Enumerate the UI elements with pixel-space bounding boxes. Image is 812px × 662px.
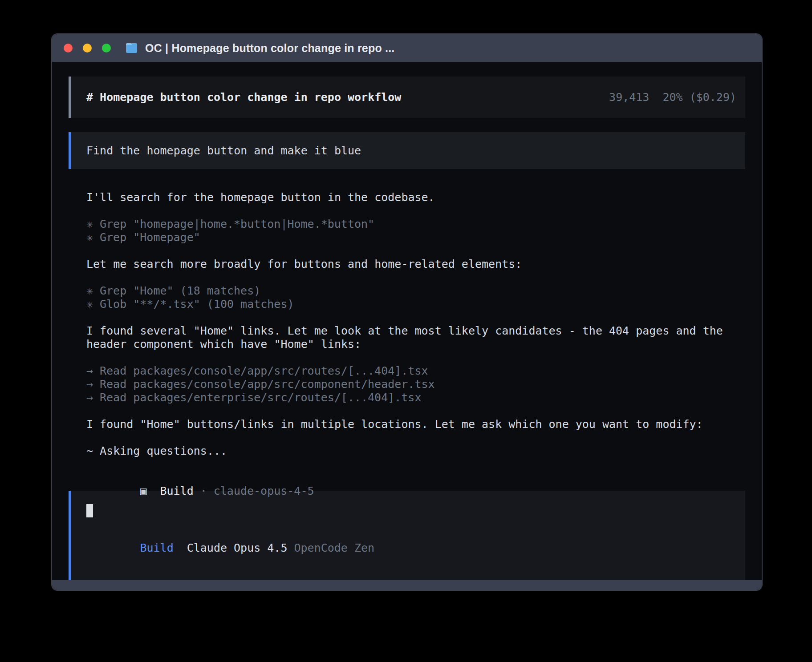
window-bottom-edge (52, 580, 762, 590)
folder-icon (125, 42, 139, 54)
input-provider-label: OpenCode Zen (294, 541, 374, 554)
prompt-input[interactable]: BuildClaude Opus 4.5OpenCode Zen (69, 491, 745, 581)
tool-call-text: Read packages/console/app/src/routes/[..… (100, 364, 428, 377)
tool-call-read-3: →Read packages/enterprise/src/routes/[..… (86, 391, 745, 404)
session-stats: 39,413 20% ($0.29) (609, 91, 736, 104)
tool-call-text: Grep "homepage|home.*button|Home.*button… (100, 218, 374, 230)
tool-call-grep-2: ✳Grep "Homepage" (86, 231, 745, 244)
window-title: OC | Homepage button color change in rep… (145, 42, 394, 55)
session-title: # Homepage button color change in repo w… (86, 91, 401, 104)
tool-call-read-2: →Read packages/console/app/src/component… (86, 378, 745, 391)
input-model-label: Claude Opus 4.5 (187, 541, 288, 554)
asterisk-icon: ✳ (86, 218, 100, 231)
asterisk-icon: ✳ (86, 284, 100, 298)
user-message-text: Find the homepage button and make it blu… (86, 144, 361, 157)
user-message: Find the homepage button and make it blu… (69, 132, 745, 169)
assistant-message-broader: Let me search more broadly for buttons a… (86, 258, 745, 271)
session-header: # Homepage button color change in repo w… (69, 77, 745, 118)
arrow-right-icon: → (86, 391, 100, 404)
minimize-button[interactable] (83, 44, 92, 52)
asterisk-icon: ✳ (86, 298, 100, 311)
assistant-message-found: I found "Home" buttons/links in multiple… (86, 418, 745, 431)
terminal-window: OC | Homepage button color change in rep… (51, 33, 763, 591)
titlebar[interactable]: OC | Homepage button color change in rep… (52, 34, 762, 62)
arrow-right-icon: → (86, 364, 100, 378)
assistant-message-candidates: I found several "Home" links. Let me loo… (86, 324, 745, 351)
agent-name: Build (160, 484, 193, 497)
tool-call-text: Grep "Home" (18 matches) (100, 284, 260, 297)
context-usage: 20% ($0.29) (662, 91, 736, 104)
assistant-message-asking: ~ Asking questions... (86, 444, 745, 458)
tool-call-text: Grep "Homepage" (100, 231, 200, 244)
tool-call-grep-1: ✳Grep "homepage|home.*button|Home.*butto… (86, 218, 745, 231)
tool-call-text: Glob "**/*.tsx" (100 matches) (100, 298, 294, 311)
tool-call-text: Read packages/console/app/src/component/… (100, 378, 435, 391)
input-mode-badge[interactable]: Build (140, 541, 173, 554)
input-meta: BuildClaude Opus 4.5OpenCode Zen (86, 528, 730, 568)
zoom-button[interactable] (102, 44, 111, 52)
asterisk-icon: ✳ (86, 231, 100, 244)
tool-call-text: Read packages/enterprise/src/routes/[...… (100, 391, 421, 404)
close-button[interactable] (64, 44, 73, 52)
agent-status-line: ▣Build·claude-opus-4-5 (86, 471, 745, 484)
tool-call-read-1: →Read packages/console/app/src/routes/[.… (86, 364, 745, 378)
assistant-message-intro: I'll search for the homepage button in t… (86, 191, 745, 204)
agent-build-icon: ▣ (140, 484, 160, 498)
tool-call-glob-1: ✳Glob "**/*.tsx" (100 matches) (86, 298, 745, 311)
arrow-right-icon: → (86, 378, 100, 391)
agent-model: claude-opus-4-5 (214, 484, 314, 497)
transcript: I'll search for the homepage button in t… (69, 191, 745, 484)
session-content: # Homepage button color change in repo w… (52, 77, 762, 591)
tool-call-grep-3: ✳Grep "Home" (18 matches) (86, 284, 745, 298)
token-count: 39,413 (609, 91, 649, 104)
traffic-lights (64, 44, 111, 52)
separator-dot: · (200, 484, 207, 497)
